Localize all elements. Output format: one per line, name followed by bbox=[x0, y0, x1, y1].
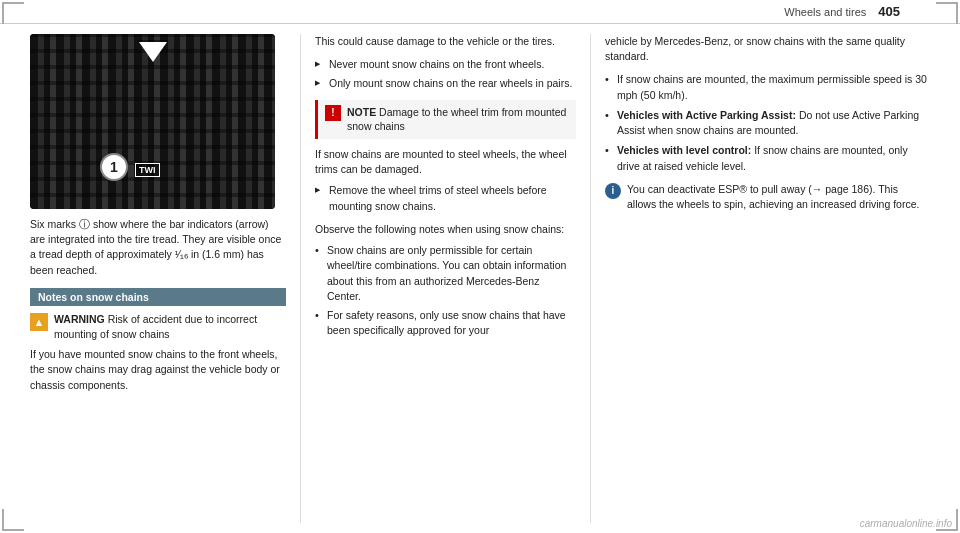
warning-label: WARNING bbox=[54, 313, 105, 325]
info-icon: i bbox=[605, 183, 621, 199]
warning-text: WARNING Risk of accident due to incorrec… bbox=[54, 312, 286, 341]
info-text: You can deactivate ESP® to pull away (→ … bbox=[627, 182, 930, 212]
level-control-label: Vehicles with level control: bbox=[617, 144, 751, 156]
tire-twi-label: TWI bbox=[135, 163, 160, 177]
active-parking-assist-label: Vehicles with Active Parking Assist: bbox=[617, 109, 796, 121]
mid-column: This could cause damage to the vehicle o… bbox=[300, 34, 590, 523]
mid-para2: If snow chains are mounted to steel whee… bbox=[315, 147, 576, 177]
observe-para: Observe the following notes when using s… bbox=[315, 222, 576, 237]
corner-bracket-tl bbox=[2, 2, 24, 24]
mid-bullet-list: Never mount snow chains on the front whe… bbox=[315, 57, 576, 91]
tire-arrow-icon bbox=[139, 42, 167, 62]
right-dot-1: If snow chains are mounted, the maximum … bbox=[605, 72, 930, 102]
note-label: NOTE bbox=[347, 106, 376, 118]
mid-para1: This could cause damage to the vehicle o… bbox=[315, 34, 576, 49]
warning-box: ▲ WARNING Risk of accident due to incorr… bbox=[30, 312, 286, 341]
right-para1: vehicle by Mercedes-Benz, or snow chains… bbox=[605, 34, 930, 64]
mid-dot-1: Snow chains are only permissible for cer… bbox=[315, 243, 576, 304]
tire-circle-indicator: 1 bbox=[100, 153, 128, 181]
note-body: Damage to the wheel trim from mounted sn… bbox=[347, 106, 566, 133]
header: Wheels and tires 405 bbox=[0, 0, 960, 24]
mid-bullet-2: Only mount snow chains on the rear wheel… bbox=[315, 76, 576, 91]
corner-bracket-bl bbox=[2, 509, 24, 531]
warning-icon: ▲ bbox=[30, 313, 48, 331]
watermark: carmanualonline.info bbox=[860, 518, 952, 529]
tread-description: Six marks ⓘ show where the bar indicator… bbox=[30, 217, 286, 278]
left-column: 1 TWI Six marks ⓘ show where the bar ind… bbox=[30, 34, 300, 523]
main-content: 1 TWI Six marks ⓘ show where the bar ind… bbox=[0, 24, 960, 533]
warning-body-text: If you have mounted snow chains to the f… bbox=[30, 347, 286, 393]
note-text: NOTE Damage to the wheel trim from mount… bbox=[347, 105, 569, 134]
tire-image: 1 TWI bbox=[30, 34, 275, 209]
right-dot-2: Vehicles with Active Parking Assist: Do … bbox=[605, 108, 930, 138]
right-column: vehicle by Mercedes-Benz, or snow chains… bbox=[590, 34, 930, 523]
notes-header: Notes on snow chains bbox=[30, 288, 286, 306]
right-dot-list: If snow chains are mounted, the maximum … bbox=[605, 72, 930, 173]
mid-bullet-remove: Remove the wheel trims of steel wheels b… bbox=[315, 183, 576, 213]
right-dot-3: Vehicles with level control: If snow cha… bbox=[605, 143, 930, 173]
mid-dot-2: For safety reasons, only use snow chains… bbox=[315, 308, 576, 338]
corner-bracket-tr bbox=[936, 2, 958, 24]
notes-on-snow-chains: Notes on snow chains ▲ WARNING Risk of a… bbox=[30, 288, 286, 393]
mid-bullet-list2: Remove the wheel trims of steel wheels b… bbox=[315, 183, 576, 213]
mid-bullet-1: Never mount snow chains on the front whe… bbox=[315, 57, 576, 72]
header-page-number: 405 bbox=[878, 4, 900, 19]
info-box: i You can deactivate ESP® to pull away (… bbox=[605, 182, 930, 212]
note-icon: ! bbox=[325, 105, 341, 121]
header-title: Wheels and tires bbox=[784, 6, 866, 18]
mid-dot-list: Snow chains are only permissible for cer… bbox=[315, 243, 576, 338]
note-box: ! NOTE Damage to the wheel trim from mou… bbox=[315, 100, 576, 139]
